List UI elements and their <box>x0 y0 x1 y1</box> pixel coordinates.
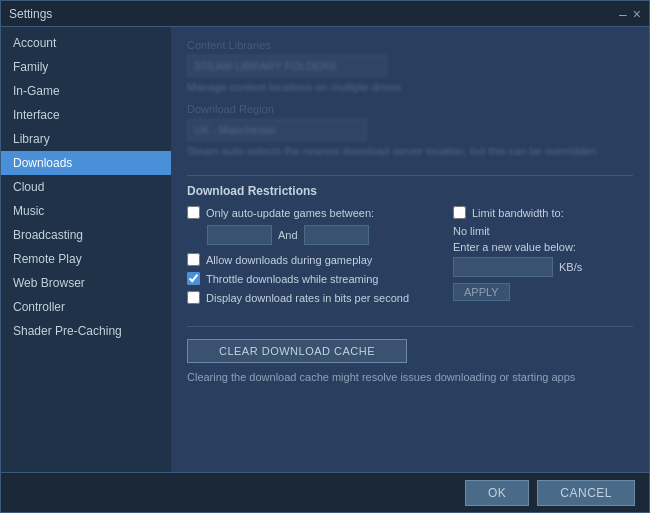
cancel-button[interactable]: CANCEL <box>537 480 635 506</box>
download-region-title: Download Region <box>187 103 633 115</box>
cache-divider <box>187 326 633 327</box>
throttle-downloads-row: Throttle downloads while streaming <box>187 272 433 285</box>
kb-label: KB/s <box>559 261 582 273</box>
section-divider <box>187 175 633 176</box>
allow-downloads-row: Allow downloads during gameplay <box>187 253 433 266</box>
kb-input[interactable] <box>453 257 553 277</box>
steam-library-input: STEAM LIBRARY FOLDERS <box>187 55 387 77</box>
kb-input-row: KB/s <box>453 257 633 277</box>
limit-bandwidth-row: Limit bandwidth to: <box>453 206 633 219</box>
cache-note: Clearing the download cache might resolv… <box>187 371 633 383</box>
close-button[interactable]: × <box>633 7 641 21</box>
main-panel: Content Libraries STEAM LIBRARY FOLDERS … <box>171 27 649 472</box>
throttle-downloads-label: Throttle downloads while streaming <box>206 273 378 285</box>
limit-bandwidth-label: Limit bandwidth to: <box>472 207 564 219</box>
restrictions-grid: Only auto-update games between: And Allo… <box>187 206 633 310</box>
no-limit-text: No limit <box>453 225 633 237</box>
title-bar-controls: – × <box>619 7 641 21</box>
cache-section: CLEAR DOWNLOAD CACHE Clearing the downlo… <box>187 335 633 383</box>
sidebar-item-shader-pre-caching[interactable]: Shader Pre-Caching <box>1 319 171 343</box>
allow-downloads-checkbox[interactable] <box>187 253 200 266</box>
sidebar-item-in-game[interactable]: In-Game <box>1 79 171 103</box>
enter-value-text: Enter a new value below: <box>453 241 633 253</box>
sidebar-item-web-browser[interactable]: Web Browser <box>1 271 171 295</box>
download-restrictions-title: Download Restrictions <box>187 184 633 198</box>
sidebar-item-family[interactable]: Family <box>1 55 171 79</box>
title-bar: Settings – × <box>1 1 649 27</box>
window-title: Settings <box>9 7 52 21</box>
content-libraries-section: Content Libraries STEAM LIBRARY FOLDERS … <box>187 39 633 93</box>
sidebar: Account Family In-Game Interface Library… <box>1 27 171 472</box>
time-to-input[interactable] <box>304 225 369 245</box>
region-note: Steam auto-selects the nearest download … <box>187 145 633 157</box>
ok-button[interactable]: OK <box>465 480 529 506</box>
sidebar-item-remote-play[interactable]: Remote Play <box>1 247 171 271</box>
region-dropdown: UK - Manchester <box>187 119 367 141</box>
footer: OK CANCEL <box>1 472 649 512</box>
apply-button[interactable]: APPLY <box>453 283 510 301</box>
restrictions-right: Limit bandwidth to: No limit Enter a new… <box>453 206 633 310</box>
auto-update-row: Only auto-update games between: <box>187 206 433 219</box>
sidebar-item-account[interactable]: Account <box>1 31 171 55</box>
allow-downloads-label: Allow downloads during gameplay <box>206 254 372 266</box>
sidebar-item-interface[interactable]: Interface <box>1 103 171 127</box>
display-rates-checkbox[interactable] <box>187 291 200 304</box>
manage-text: Manage content locations on multiple dri… <box>187 81 633 93</box>
limit-bandwidth-checkbox[interactable] <box>453 206 466 219</box>
content-libraries-title: Content Libraries <box>187 39 633 51</box>
auto-update-label: Only auto-update games between: <box>206 207 374 219</box>
content-area: Account Family In-Game Interface Library… <box>1 27 649 472</box>
time-range-row: And <box>207 225 433 245</box>
throttle-downloads-checkbox[interactable] <box>187 272 200 285</box>
download-region-section: Download Region UK - Manchester Steam au… <box>187 103 633 157</box>
settings-window: Settings – × Account Family In-Game Inte… <box>0 0 650 513</box>
sidebar-item-broadcasting[interactable]: Broadcasting <box>1 223 171 247</box>
display-rates-label: Display download rates in bits per secon… <box>206 292 409 304</box>
and-label: And <box>278 229 298 241</box>
sidebar-item-controller[interactable]: Controller <box>1 295 171 319</box>
download-restrictions-section: Download Restrictions Only auto-update g… <box>187 184 633 318</box>
sidebar-item-music[interactable]: Music <box>1 199 171 223</box>
restrictions-left: Only auto-update games between: And Allo… <box>187 206 433 310</box>
sidebar-item-library[interactable]: Library <box>1 127 171 151</box>
clear-cache-button[interactable]: CLEAR DOWNLOAD CACHE <box>187 339 407 363</box>
sidebar-item-cloud[interactable]: Cloud <box>1 175 171 199</box>
minimize-button[interactable]: – <box>619 7 627 21</box>
display-rates-row: Display download rates in bits per secon… <box>187 291 433 304</box>
sidebar-item-downloads[interactable]: Downloads <box>1 151 171 175</box>
auto-update-checkbox[interactable] <box>187 206 200 219</box>
time-from-input[interactable] <box>207 225 272 245</box>
